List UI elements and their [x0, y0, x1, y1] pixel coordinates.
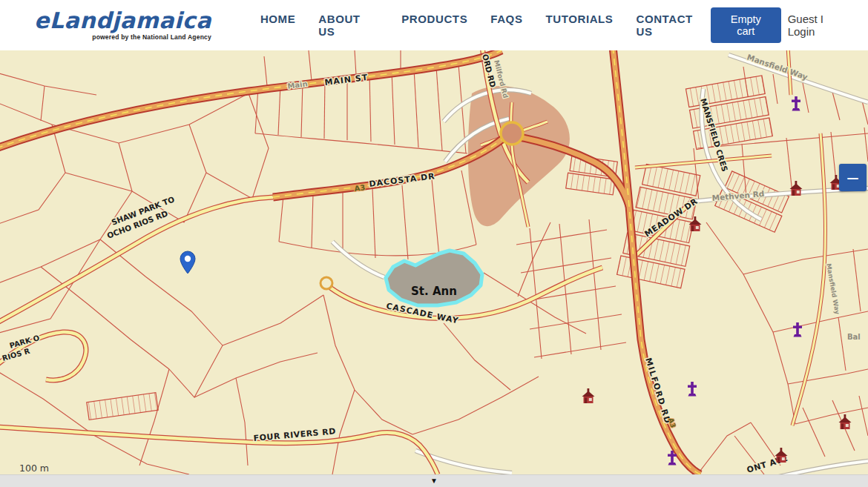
roundabout-large — [501, 122, 523, 145]
logo-title: eLandjamaica — [34, 10, 211, 32]
header-right: Empty cart Guest I Login — [711, 7, 853, 43]
map-viewport[interactable]: Main MAIN ST ORD RD Milford Rd DACOSTA D… — [0, 50, 868, 474]
route-shield-a3: A3 — [354, 183, 366, 193]
nav-products[interactable]: PRODUCTS — [401, 13, 467, 38]
main-nav: HOME ABOUT US PRODUCTS FAQS TUTORIALS CO… — [260, 13, 711, 38]
zoom-out-button[interactable]: − — [839, 164, 867, 191]
nav-contact-us[interactable]: CONTACT US — [636, 13, 711, 38]
site-logo[interactable]: eLandjamaica powered by the National Lan… — [34, 10, 211, 41]
scale-label: 100 m — [19, 463, 49, 474]
expand-arrow-icon[interactable]: ▼ — [430, 477, 438, 485]
nav-faqs[interactable]: FAQS — [490, 13, 522, 38]
site-header: eLandjamaica powered by the National Lan… — [0, 0, 868, 50]
bottom-scrollbar[interactable]: ▼ — [0, 474, 868, 487]
nav-about-us[interactable]: ABOUT US — [318, 13, 378, 38]
login-link[interactable]: Guest I Login — [788, 13, 853, 38]
roundabout-small — [320, 277, 332, 289]
road-label-bal: Bal — [847, 333, 861, 341]
logo-tagline: powered by the National Land Agency — [92, 33, 211, 41]
nav-tutorials[interactable]: TUTORIALS — [546, 13, 614, 38]
empty-cart-button[interactable]: Empty cart — [711, 7, 781, 43]
nav-home[interactable]: HOME — [260, 13, 295, 38]
selected-parcel-label: St. Ann — [411, 285, 457, 298]
cadastral-map[interactable]: Main MAIN ST ORD RD Milford Rd DACOSTA D… — [0, 50, 868, 474]
